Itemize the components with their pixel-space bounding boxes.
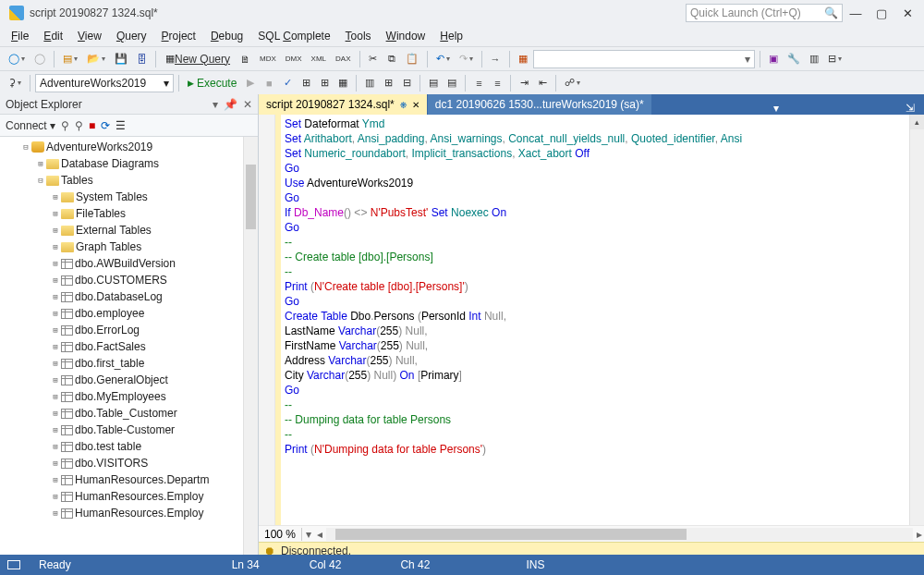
stop-icon[interactable]: ■ (89, 119, 95, 132)
panel-close-icon[interactable]: ✕ (243, 98, 252, 111)
results-text-button[interactable]: ⊟ (398, 74, 415, 92)
indent-in-button[interactable]: ⇥ (516, 74, 532, 92)
uncomment-button[interactable]: ▤ (444, 74, 460, 92)
save-all-button[interactable]: 🗄 (133, 50, 151, 68)
comment-button[interactable]: ▤ (425, 74, 442, 92)
connect-dropdown[interactable]: Connect ▾ (6, 119, 55, 132)
ext4-button[interactable]: ⊟ (824, 50, 845, 68)
redo-button[interactable]: ↷ (456, 50, 477, 68)
code-editor[interactable]: Set Dateformat YmdSet Arithabort, Ansi_p… (281, 115, 924, 525)
expand-icon[interactable]: ⊞ (50, 342, 61, 351)
expand-icon[interactable]: ⊞ (50, 392, 61, 401)
indent-button[interactable]: ≡ (470, 74, 487, 92)
cut-button[interactable]: ✂ (365, 50, 382, 68)
expand-icon[interactable]: ⊟ (35, 176, 46, 185)
mdx-button[interactable]: MDX (256, 50, 280, 68)
editor-tab-0[interactable]: script 20190827 1324.sql*⎈✕ (259, 94, 427, 115)
minimize-button[interactable]: — (843, 3, 869, 23)
new-query-button[interactable]: ▦ New Query (161, 50, 235, 68)
live-stats-button[interactable]: ▦ (334, 74, 351, 92)
expand-icon[interactable]: ⊞ (50, 309, 61, 318)
ext3-button[interactable]: ▥ (806, 50, 822, 68)
menu-query[interactable]: Query (111, 28, 152, 44)
expand-icon[interactable]: ⊞ (50, 359, 61, 368)
menu-edit[interactable]: Edit (38, 28, 68, 44)
sqlcmd-button[interactable]: ☍ (561, 74, 584, 92)
debug-button[interactable]: ▶ (242, 74, 259, 92)
expand-icon[interactable]: ⊞ (50, 192, 61, 202)
paste-button[interactable]: 📋 (402, 50, 422, 68)
tree-node-table-8[interactable]: ⊞dbo.MyEmployees (0, 388, 258, 405)
client-stats-button[interactable]: ▥ (361, 74, 378, 92)
expand-icon[interactable]: ⊞ (50, 508, 61, 518)
expand-icon[interactable]: ⊞ (50, 375, 61, 385)
zoom-level[interactable]: 100 % (259, 528, 302, 541)
expand-icon[interactable]: ⊞ (35, 159, 46, 168)
solution-combo[interactable]: ▾ (533, 50, 755, 68)
menu-project[interactable]: Project (156, 28, 201, 44)
tree-node-subfolder-1[interactable]: ⊞FileTables (0, 205, 258, 222)
scroll-left-icon[interactable]: ◂ (315, 528, 324, 541)
open-button[interactable]: 📂 (83, 50, 109, 68)
menu-window[interactable]: Window (381, 28, 432, 44)
tree-node-table-14[interactable]: ⊞HumanResources.Employ (0, 488, 258, 505)
tree-node-table-13[interactable]: ⊞HumanResources.Departm (0, 471, 258, 488)
expand-icon[interactable]: ⊞ (50, 442, 61, 451)
undo-button[interactable]: ↶ (432, 50, 454, 68)
tree-node-subfolder-3[interactable]: ⊞Graph Tables (0, 239, 258, 255)
tree-node-subfolder-2[interactable]: ⊞External Tables (0, 222, 258, 239)
panel-pin-icon[interactable]: 📌 (224, 98, 237, 111)
tabs-expand-button[interactable]: ⇲ (900, 102, 924, 115)
zoom-dropdown-icon[interactable]: ▾ (302, 528, 315, 541)
expand-icon[interactable]: ⊞ (50, 425, 61, 434)
tree-node-table-1[interactable]: ⊞dbo.CUSTOMERS (0, 272, 258, 288)
menu-sqlcomplete[interactable]: SQL Complete (252, 28, 335, 44)
results-grid-button[interactable]: ⊞ (380, 74, 396, 92)
menu-debug[interactable]: Debug (205, 28, 249, 44)
dmx-button[interactable]: DMX (282, 50, 306, 68)
tree-node-table-4[interactable]: ⊞dbo.ErrorLog (0, 322, 258, 338)
new-button[interactable]: ▤ (59, 50, 81, 68)
close-button[interactable]: ✕ (894, 3, 920, 23)
xmla-button[interactable]: XML (308, 50, 330, 68)
tree-node-subfolder-0[interactable]: ⊞System Tables (0, 189, 258, 205)
ext2-button[interactable]: 🔧 (784, 50, 804, 68)
editor-vertical-scrollbar[interactable]: ▴ (909, 115, 924, 525)
expand-icon[interactable]: ⊞ (50, 325, 61, 335)
expand-icon[interactable]: ⊞ (50, 275, 61, 285)
tabs-overflow-button[interactable]: ▾ (768, 102, 784, 115)
editor-horizontal-scrollbar[interactable] (326, 528, 913, 541)
tree-node-table-5[interactable]: ⊞dbo.FactSales (0, 338, 258, 355)
tree-node-table-3[interactable]: ⊞dbo.employee (0, 305, 258, 322)
outdent-button[interactable]: ≡ (489, 74, 505, 92)
tree-node-table-12[interactable]: ⊞dbo.VISITORS (0, 455, 258, 471)
maximize-button[interactable]: ▢ (869, 3, 894, 23)
menu-help[interactable]: Help (434, 28, 468, 44)
scroll-right-icon[interactable]: ▸ (915, 528, 924, 541)
connect-button[interactable]: ⚳ (5, 74, 25, 92)
menu-file[interactable]: File (6, 28, 34, 44)
editor-tab-1[interactable]: dc1 20190626 1530...tureWorks2019 (sa)* (428, 94, 651, 115)
include-plan-button[interactable]: ⊞ (316, 74, 333, 92)
save-button[interactable]: 💾 (111, 50, 131, 68)
tab-pin-icon[interactable]: ⎈ (400, 98, 407, 111)
tree-node-table-11[interactable]: ⊞dbo.test table (0, 438, 258, 455)
filter2-icon[interactable]: ⚲ (75, 119, 83, 132)
expand-icon[interactable]: ⊞ (50, 475, 61, 484)
expand-icon[interactable]: ⊞ (50, 459, 61, 468)
expand-icon[interactable]: ⊞ (50, 492, 61, 501)
tree-node-table-2[interactable]: ⊞dbo.DatabaseLog (0, 288, 258, 305)
execute-button[interactable]: Execute (184, 74, 240, 92)
ext1-button[interactable]: ▣ (765, 50, 782, 68)
refresh-icon[interactable]: ⟳ (101, 119, 110, 132)
list-icon[interactable]: ☰ (116, 119, 126, 132)
tree-node-table-6[interactable]: ⊞dbo.first_table (0, 355, 258, 372)
find-button[interactable]: → (487, 50, 505, 68)
tree-scrollbar[interactable] (243, 137, 258, 558)
quick-launch-input[interactable]: Quick Launch (Ctrl+Q) 🔍 (686, 4, 843, 22)
expand-icon[interactable]: ⊞ (50, 409, 61, 418)
tree-node-tables[interactable]: ⊟Tables (0, 172, 258, 189)
tree-node-table-0[interactable]: ⊞dbo.AWBuildVersion (0, 255, 258, 272)
indent-out-button[interactable]: ⇤ (534, 74, 551, 92)
expand-icon[interactable]: ⊞ (50, 292, 61, 301)
